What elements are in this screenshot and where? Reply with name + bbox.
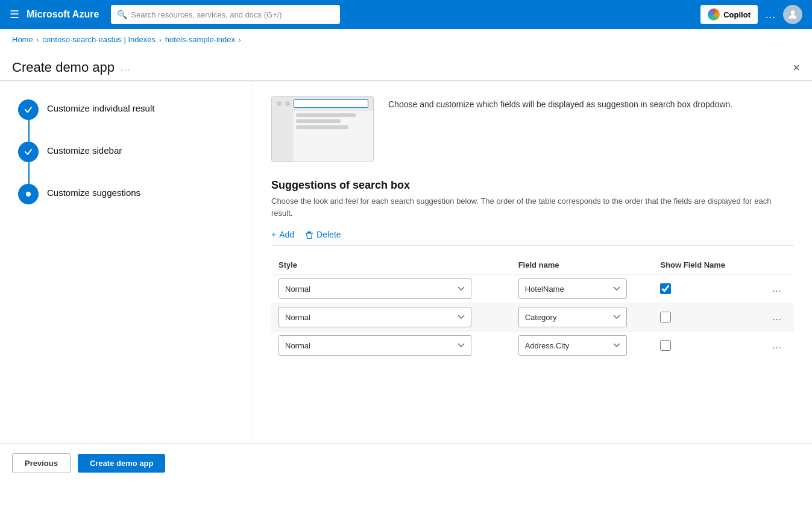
col-header-field: Field name bbox=[511, 256, 653, 275]
field-select-3[interactable]: HotelName Category Address.City Descript… bbox=[518, 335, 627, 356]
breadcrumb-indexes[interactable]: contoso-search-eastus | Indexes bbox=[42, 35, 156, 44]
browser-dot-2 bbox=[285, 101, 290, 106]
svg-point-0 bbox=[791, 10, 795, 14]
browser-address-bar bbox=[294, 99, 368, 108]
create-demo-app-button[interactable]: Create demo app bbox=[78, 454, 165, 473]
section-heading: Suggestions of search box bbox=[271, 179, 794, 192]
row-more-icon-2[interactable]: … bbox=[772, 312, 782, 322]
search-placeholder: Search resources, services, and docs (G+… bbox=[131, 10, 282, 19]
field-cell-3: HotelName Category Address.City Descript… bbox=[511, 332, 653, 360]
style-select-1[interactable]: Normal Bold Italic bbox=[279, 278, 471, 299]
table-row: Normal Bold Italic HotelName Category Ad… bbox=[271, 303, 794, 332]
delete-label: Delete bbox=[316, 230, 341, 239]
show-cell-2 bbox=[653, 303, 764, 332]
svg-rect-3 bbox=[307, 231, 311, 233]
hamburger-icon[interactable]: ☰ bbox=[10, 8, 19, 21]
steps-sidebar: Customize individual result Customize si… bbox=[0, 81, 253, 443]
step-connector-2 bbox=[28, 162, 30, 184]
browser-bar bbox=[272, 96, 373, 111]
col-header-show: Show Field Name bbox=[653, 256, 764, 275]
dialog-footer: Previous Create demo app bbox=[0, 443, 812, 483]
breadcrumb-index[interactable]: hotels-sample-index bbox=[165, 35, 235, 44]
previous-button[interactable]: Previous bbox=[12, 453, 71, 473]
top-section: Choose and customize which fields will b… bbox=[271, 96, 794, 162]
svg-rect-2 bbox=[306, 233, 313, 234]
browser-body bbox=[272, 111, 373, 162]
row-more-icon-1[interactable]: … bbox=[772, 283, 782, 294]
title-more-icon[interactable]: ... bbox=[121, 63, 131, 72]
more-options-icon[interactable]: … bbox=[765, 8, 776, 21]
chevron-icon: › bbox=[239, 36, 241, 43]
svg-point-1 bbox=[26, 192, 31, 197]
browser-sidebar-mini bbox=[272, 111, 294, 162]
table-row: Normal Bold Italic HotelName Category Ad… bbox=[271, 332, 794, 360]
chevron-icon: › bbox=[159, 36, 162, 43]
delete-button[interactable]: Delete bbox=[305, 230, 341, 239]
step-connector-1 bbox=[28, 120, 30, 142]
style-cell-3: Normal Bold Italic bbox=[271, 332, 511, 360]
main-content: Choose and customize which fields will b… bbox=[253, 81, 812, 443]
show-cell-3 bbox=[653, 332, 764, 360]
step-label-1: Customize individual result bbox=[47, 99, 154, 113]
chevron-icon: › bbox=[37, 36, 39, 43]
table-toolbar: + Add Delete bbox=[271, 230, 794, 246]
style-cell-1: Normal Bold Italic bbox=[271, 275, 511, 303]
breadcrumb-home[interactable]: Home bbox=[12, 35, 33, 44]
browser-dot-1 bbox=[277, 101, 282, 106]
step-circle-3 bbox=[18, 184, 39, 204]
page-title: Create demo app bbox=[12, 60, 115, 75]
step-item-1: Customize individual result bbox=[18, 99, 234, 120]
description-text: Choose and customize which fields will b… bbox=[388, 96, 732, 111]
search-icon: 🔍 bbox=[117, 10, 127, 19]
step-item-3: Customize suggestions bbox=[18, 184, 234, 204]
show-checkbox-1[interactable] bbox=[660, 283, 671, 294]
step-item-2: Customize sidebar bbox=[18, 142, 234, 162]
search-bar[interactable]: 🔍 Search resources, services, and docs (… bbox=[111, 5, 340, 24]
avatar[interactable] bbox=[783, 5, 802, 24]
suggestions-table: Style Field name Show Field Name Normal … bbox=[271, 256, 794, 359]
azure-logo: Microsoft Azure bbox=[27, 9, 99, 20]
copilot-label: Copilot bbox=[723, 10, 751, 19]
style-select-2[interactable]: Normal Bold Italic bbox=[279, 307, 471, 327]
add-label: Add bbox=[279, 230, 294, 239]
field-cell-1: HotelName Category Address.City Descript… bbox=[511, 275, 653, 303]
style-select-3[interactable]: Normal Bold Italic bbox=[279, 335, 471, 356]
delete-icon bbox=[305, 230, 313, 239]
show-cell-1 bbox=[653, 275, 764, 303]
add-icon: + bbox=[271, 230, 276, 239]
browser-preview bbox=[271, 96, 374, 162]
table-row: Normal Bold Italic HotelName Category Ad… bbox=[271, 275, 794, 303]
body-layout: Customize individual result Customize si… bbox=[0, 81, 812, 443]
step-circle-2 bbox=[18, 142, 39, 162]
copilot-button[interactable]: Copilot bbox=[700, 5, 758, 24]
top-nav: ☰ Microsoft Azure 🔍 Search resources, se… bbox=[0, 0, 812, 29]
row-actions-2: … bbox=[764, 303, 794, 332]
step-label-3: Customize suggestions bbox=[47, 184, 140, 198]
show-checkbox-3[interactable] bbox=[660, 340, 671, 351]
breadcrumb: Home › contoso-search-eastus | Indexes ›… bbox=[0, 29, 812, 50]
field-select-2[interactable]: HotelName Category Address.City Descript… bbox=[518, 307, 627, 327]
close-button[interactable]: × bbox=[793, 61, 800, 75]
col-header-actions bbox=[764, 256, 794, 275]
add-button[interactable]: + Add bbox=[271, 230, 294, 239]
step-circle-1 bbox=[18, 99, 39, 120]
field-select-1[interactable]: HotelName Category Address.City Descript… bbox=[518, 278, 627, 299]
row-actions-1: … bbox=[764, 275, 794, 303]
col-header-style: Style bbox=[271, 256, 511, 275]
step-label-2: Customize sidebar bbox=[47, 142, 122, 156]
copilot-icon bbox=[708, 8, 720, 20]
field-cell-2: HotelName Category Address.City Descript… bbox=[511, 303, 653, 332]
row-actions-3: … bbox=[764, 332, 794, 360]
page-header: Create demo app ... × bbox=[0, 50, 812, 81]
row-more-icon-3[interactable]: … bbox=[772, 340, 782, 350]
show-checkbox-2[interactable] bbox=[660, 312, 671, 322]
style-cell-2: Normal Bold Italic bbox=[271, 303, 511, 332]
section-subtext: Choose the look and feel for each search… bbox=[271, 195, 794, 219]
browser-main-mini bbox=[294, 111, 373, 162]
